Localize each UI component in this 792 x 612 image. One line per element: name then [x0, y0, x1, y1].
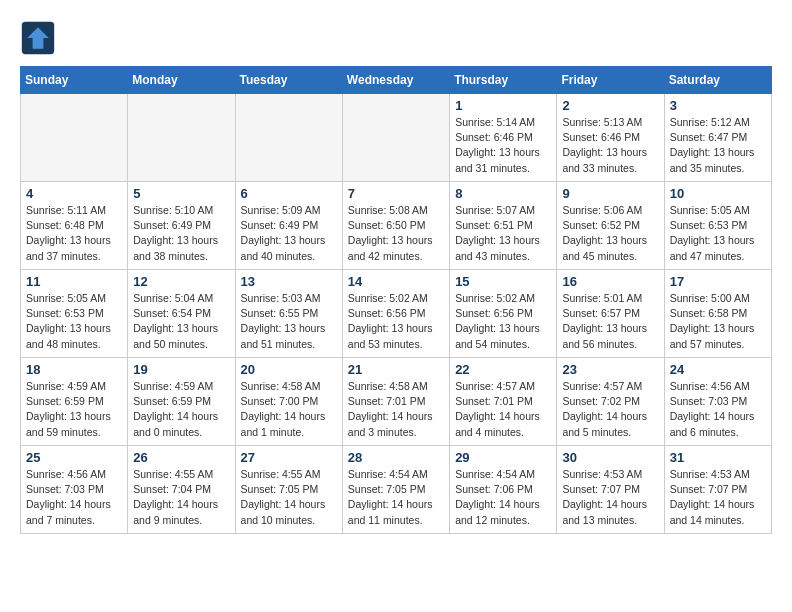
day-detail: Sunrise: 5:14 AMSunset: 6:46 PMDaylight:…: [455, 115, 551, 176]
calendar-cell: 9Sunrise: 5:06 AMSunset: 6:52 PMDaylight…: [557, 182, 664, 270]
logo-icon: [20, 20, 56, 56]
day-number: 29: [455, 450, 551, 465]
calendar-cell: 23Sunrise: 4:57 AMSunset: 7:02 PMDayligh…: [557, 358, 664, 446]
day-detail: Sunrise: 4:58 AMSunset: 7:00 PMDaylight:…: [241, 379, 337, 440]
day-detail: Sunrise: 5:08 AMSunset: 6:50 PMDaylight:…: [348, 203, 444, 264]
calendar-cell: 12Sunrise: 5:04 AMSunset: 6:54 PMDayligh…: [128, 270, 235, 358]
calendar-week-2: 4Sunrise: 5:11 AMSunset: 6:48 PMDaylight…: [21, 182, 772, 270]
calendar-cell: 8Sunrise: 5:07 AMSunset: 6:51 PMDaylight…: [450, 182, 557, 270]
day-number: 23: [562, 362, 658, 377]
day-number: 28: [348, 450, 444, 465]
day-detail: Sunrise: 5:05 AMSunset: 6:53 PMDaylight:…: [26, 291, 122, 352]
calendar-cell: 20Sunrise: 4:58 AMSunset: 7:00 PMDayligh…: [235, 358, 342, 446]
day-detail: Sunrise: 4:59 AMSunset: 6:59 PMDaylight:…: [26, 379, 122, 440]
day-header-wednesday: Wednesday: [342, 67, 449, 94]
day-number: 13: [241, 274, 337, 289]
day-number: 25: [26, 450, 122, 465]
day-detail: Sunrise: 5:07 AMSunset: 6:51 PMDaylight:…: [455, 203, 551, 264]
calendar-cell: 7Sunrise: 5:08 AMSunset: 6:50 PMDaylight…: [342, 182, 449, 270]
day-detail: Sunrise: 4:54 AMSunset: 7:05 PMDaylight:…: [348, 467, 444, 528]
day-number: 9: [562, 186, 658, 201]
day-detail: Sunrise: 5:00 AMSunset: 6:58 PMDaylight:…: [670, 291, 766, 352]
calendar-week-5: 25Sunrise: 4:56 AMSunset: 7:03 PMDayligh…: [21, 446, 772, 534]
calendar-cell: 17Sunrise: 5:00 AMSunset: 6:58 PMDayligh…: [664, 270, 771, 358]
day-detail: Sunrise: 4:56 AMSunset: 7:03 PMDaylight:…: [26, 467, 122, 528]
day-detail: Sunrise: 5:06 AMSunset: 6:52 PMDaylight:…: [562, 203, 658, 264]
calendar-cell: 3Sunrise: 5:12 AMSunset: 6:47 PMDaylight…: [664, 94, 771, 182]
day-number: 24: [670, 362, 766, 377]
day-number: 17: [670, 274, 766, 289]
calendar-cell: 24Sunrise: 4:56 AMSunset: 7:03 PMDayligh…: [664, 358, 771, 446]
day-detail: Sunrise: 5:10 AMSunset: 6:49 PMDaylight:…: [133, 203, 229, 264]
day-detail: Sunrise: 5:01 AMSunset: 6:57 PMDaylight:…: [562, 291, 658, 352]
day-detail: Sunrise: 4:57 AMSunset: 7:02 PMDaylight:…: [562, 379, 658, 440]
calendar-cell: [342, 94, 449, 182]
day-number: 31: [670, 450, 766, 465]
day-header-thursday: Thursday: [450, 67, 557, 94]
day-detail: Sunrise: 5:02 AMSunset: 6:56 PMDaylight:…: [348, 291, 444, 352]
day-detail: Sunrise: 4:58 AMSunset: 7:01 PMDaylight:…: [348, 379, 444, 440]
day-detail: Sunrise: 4:53 AMSunset: 7:07 PMDaylight:…: [670, 467, 766, 528]
day-number: 12: [133, 274, 229, 289]
day-detail: Sunrise: 4:54 AMSunset: 7:06 PMDaylight:…: [455, 467, 551, 528]
calendar-cell: 5Sunrise: 5:10 AMSunset: 6:49 PMDaylight…: [128, 182, 235, 270]
day-detail: Sunrise: 5:03 AMSunset: 6:55 PMDaylight:…: [241, 291, 337, 352]
day-detail: Sunrise: 4:56 AMSunset: 7:03 PMDaylight:…: [670, 379, 766, 440]
calendar: SundayMondayTuesdayWednesdayThursdayFrid…: [20, 66, 772, 534]
day-detail: Sunrise: 5:11 AMSunset: 6:48 PMDaylight:…: [26, 203, 122, 264]
day-detail: Sunrise: 5:04 AMSunset: 6:54 PMDaylight:…: [133, 291, 229, 352]
day-header-monday: Monday: [128, 67, 235, 94]
day-number: 30: [562, 450, 658, 465]
day-detail: Sunrise: 5:13 AMSunset: 6:46 PMDaylight:…: [562, 115, 658, 176]
day-detail: Sunrise: 5:09 AMSunset: 6:49 PMDaylight:…: [241, 203, 337, 264]
day-number: 10: [670, 186, 766, 201]
calendar-cell: 11Sunrise: 5:05 AMSunset: 6:53 PMDayligh…: [21, 270, 128, 358]
calendar-cell: 30Sunrise: 4:53 AMSunset: 7:07 PMDayligh…: [557, 446, 664, 534]
calendar-cell: 19Sunrise: 4:59 AMSunset: 6:59 PMDayligh…: [128, 358, 235, 446]
day-detail: Sunrise: 4:57 AMSunset: 7:01 PMDaylight:…: [455, 379, 551, 440]
day-number: 2: [562, 98, 658, 113]
day-detail: Sunrise: 4:59 AMSunset: 6:59 PMDaylight:…: [133, 379, 229, 440]
calendar-cell: 18Sunrise: 4:59 AMSunset: 6:59 PMDayligh…: [21, 358, 128, 446]
day-header-friday: Friday: [557, 67, 664, 94]
day-detail: Sunrise: 4:55 AMSunset: 7:05 PMDaylight:…: [241, 467, 337, 528]
day-detail: Sunrise: 4:55 AMSunset: 7:04 PMDaylight:…: [133, 467, 229, 528]
calendar-cell: 22Sunrise: 4:57 AMSunset: 7:01 PMDayligh…: [450, 358, 557, 446]
day-number: 3: [670, 98, 766, 113]
day-number: 20: [241, 362, 337, 377]
day-number: 22: [455, 362, 551, 377]
calendar-week-3: 11Sunrise: 5:05 AMSunset: 6:53 PMDayligh…: [21, 270, 772, 358]
day-header-saturday: Saturday: [664, 67, 771, 94]
calendar-header-row: SundayMondayTuesdayWednesdayThursdayFrid…: [21, 67, 772, 94]
day-detail: Sunrise: 5:02 AMSunset: 6:56 PMDaylight:…: [455, 291, 551, 352]
day-number: 11: [26, 274, 122, 289]
calendar-cell: 26Sunrise: 4:55 AMSunset: 7:04 PMDayligh…: [128, 446, 235, 534]
calendar-cell: 25Sunrise: 4:56 AMSunset: 7:03 PMDayligh…: [21, 446, 128, 534]
calendar-cell: 10Sunrise: 5:05 AMSunset: 6:53 PMDayligh…: [664, 182, 771, 270]
calendar-cell: 14Sunrise: 5:02 AMSunset: 6:56 PMDayligh…: [342, 270, 449, 358]
day-header-sunday: Sunday: [21, 67, 128, 94]
day-number: 1: [455, 98, 551, 113]
day-number: 27: [241, 450, 337, 465]
calendar-cell: 2Sunrise: 5:13 AMSunset: 6:46 PMDaylight…: [557, 94, 664, 182]
calendar-week-4: 18Sunrise: 4:59 AMSunset: 6:59 PMDayligh…: [21, 358, 772, 446]
day-header-tuesday: Tuesday: [235, 67, 342, 94]
day-detail: Sunrise: 5:05 AMSunset: 6:53 PMDaylight:…: [670, 203, 766, 264]
calendar-week-1: 1Sunrise: 5:14 AMSunset: 6:46 PMDaylight…: [21, 94, 772, 182]
day-number: 7: [348, 186, 444, 201]
calendar-cell: 28Sunrise: 4:54 AMSunset: 7:05 PMDayligh…: [342, 446, 449, 534]
day-number: 5: [133, 186, 229, 201]
page-header: [20, 20, 772, 56]
day-detail: Sunrise: 4:53 AMSunset: 7:07 PMDaylight:…: [562, 467, 658, 528]
day-number: 14: [348, 274, 444, 289]
calendar-cell: 13Sunrise: 5:03 AMSunset: 6:55 PMDayligh…: [235, 270, 342, 358]
calendar-cell: 21Sunrise: 4:58 AMSunset: 7:01 PMDayligh…: [342, 358, 449, 446]
calendar-cell: [235, 94, 342, 182]
day-number: 4: [26, 186, 122, 201]
calendar-cell: [21, 94, 128, 182]
calendar-cell: 31Sunrise: 4:53 AMSunset: 7:07 PMDayligh…: [664, 446, 771, 534]
day-number: 15: [455, 274, 551, 289]
day-detail: Sunrise: 5:12 AMSunset: 6:47 PMDaylight:…: [670, 115, 766, 176]
day-number: 6: [241, 186, 337, 201]
day-number: 26: [133, 450, 229, 465]
